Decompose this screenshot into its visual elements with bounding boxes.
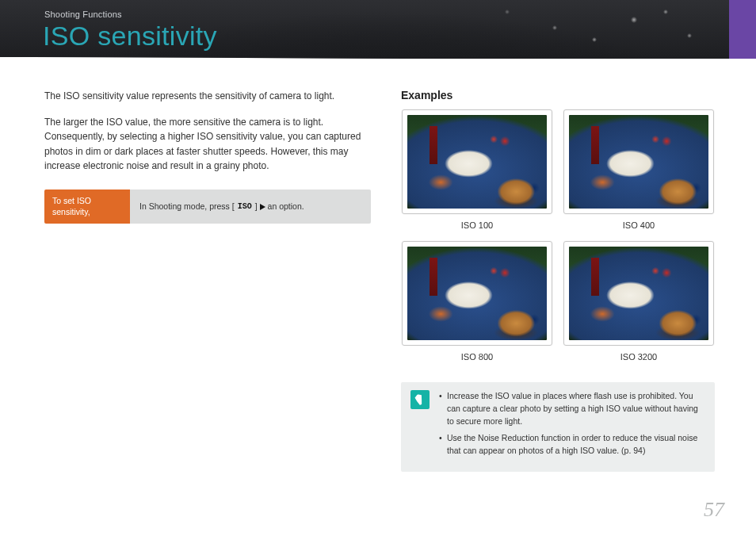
iso-button-icon: ISO — [237, 201, 253, 213]
example-caption: ISO 800 — [461, 352, 493, 362]
play-right-icon — [260, 204, 265, 210]
note-pen-icon — [410, 390, 430, 409]
example-thumb: ISO 400 — [563, 109, 715, 230]
instr-post: an option. — [268, 200, 304, 212]
section-tab — [729, 0, 756, 59]
set-iso-box: To set ISO sensitivity, In Shooting mode… — [44, 190, 371, 224]
photo-frame — [402, 109, 552, 214]
example-photo — [407, 115, 547, 209]
breadcrumb: Shooting Functions — [44, 10, 122, 19]
example-thumb: ISO 100 — [401, 109, 553, 230]
set-iso-label: To set ISO sensitivity, — [44, 190, 130, 224]
example-thumb: ISO 3200 — [563, 241, 715, 362]
examples-column: Examples ISO 100 ISO 400 ISO 800 ISO 320… — [401, 89, 715, 472]
tip-box: Increase the ISO value in places where f… — [401, 382, 715, 472]
intro-column: The ISO sensitivity value represents the… — [44, 89, 371, 224]
example-photo — [569, 247, 708, 340]
set-iso-instruction: In Shooting mode, press [ISO] an option. — [130, 190, 371, 224]
example-caption: ISO 400 — [623, 220, 655, 230]
tip-list: Increase the ISO value in places where f… — [439, 390, 705, 462]
photo-frame — [563, 109, 714, 214]
example-caption: ISO 100 — [461, 220, 493, 230]
intro-paragraph-1: The ISO sensitivity value represents the… — [44, 89, 371, 104]
tip-item: Increase the ISO value in places where f… — [439, 390, 705, 427]
example-photo — [569, 115, 708, 209]
example-thumb: ISO 800 — [401, 241, 553, 362]
instr-pre: In Shooting mode, press [ — [139, 200, 235, 212]
page-title: ISO sensitivity — [43, 21, 217, 52]
photo-frame — [563, 241, 714, 346]
instr-mid: ] — [255, 200, 258, 212]
examples-grid: ISO 100 ISO 400 ISO 800 ISO 3200 — [401, 109, 715, 362]
intro-paragraph-2: The larger the ISO value, the more sensi… — [44, 115, 371, 174]
page-number: 57 — [704, 498, 724, 522]
examples-heading: Examples — [401, 89, 715, 101]
example-photo — [407, 247, 547, 340]
photo-frame — [402, 241, 552, 346]
tip-item: Use the Noise Reduction function in orde… — [439, 432, 705, 458]
example-caption: ISO 3200 — [620, 352, 657, 362]
